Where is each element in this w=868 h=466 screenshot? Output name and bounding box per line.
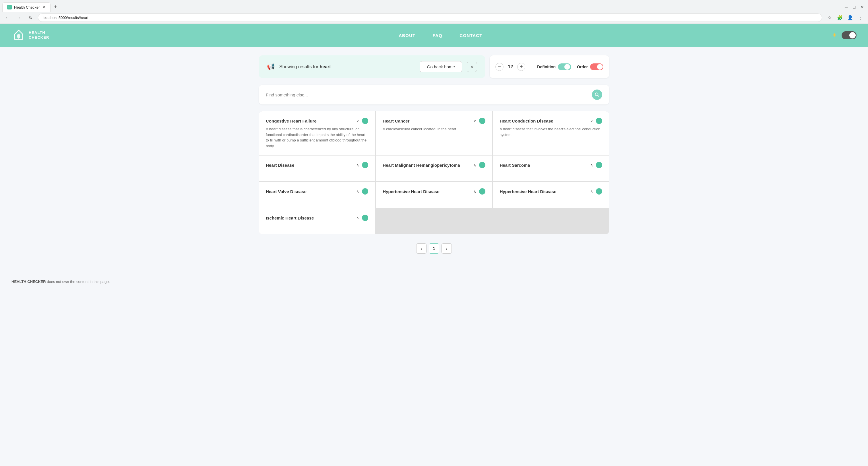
url-bar[interactable]: localhost:5000/results/heart — [38, 13, 822, 22]
status-indicator — [479, 188, 485, 194]
nav-contact[interactable]: CONTACT — [460, 33, 482, 38]
status-indicator — [596, 188, 602, 194]
order-toggle[interactable] — [590, 63, 603, 70]
result-title: Heart Disease — [266, 163, 294, 167]
theme-icon[interactable]: ✦ — [832, 32, 837, 39]
header-right: ✦ — [832, 31, 857, 39]
result-card-header: Heart Disease∧ — [266, 162, 368, 168]
result-title: Heart Sarcoma — [500, 163, 530, 167]
order-label: Order — [577, 65, 588, 69]
status-indicator — [479, 118, 485, 124]
theme-toggle[interactable] — [842, 31, 857, 39]
go-back-button[interactable]: Go back home — [420, 61, 462, 72]
result-description: A heart disease that involves the heart'… — [500, 126, 602, 137]
footer-brand: HEALTH CHECKER — [11, 279, 46, 284]
forward-button[interactable]: → — [15, 14, 23, 22]
result-title: Hypertensive Heart Disease — [500, 189, 557, 194]
collapse-button[interactable]: ∨ — [473, 119, 476, 123]
result-card: Ischemic Heart Disease∧ — [259, 208, 375, 234]
page-1-button[interactable]: 1 — [429, 243, 439, 254]
results-bar: 📢 Showing results for heart Go back home… — [259, 55, 485, 78]
window-controls: ─ □ ✕ — [843, 4, 866, 11]
browser-actions: ☆ 🧩 👤 ⋮ — [826, 14, 865, 22]
result-card: Congestive Heart Failure∨A heart disease… — [259, 111, 375, 155]
result-actions: ∧ — [356, 215, 368, 221]
expand-button[interactable]: ∧ — [356, 163, 359, 167]
browser-chrome: H Health Checker ✕ + ─ □ ✕ ← → ↻ localho… — [0, 0, 868, 24]
definition-toggle[interactable] — [558, 63, 571, 70]
logo-text: HEALTH CHECKER — [29, 30, 49, 40]
tab-bar: H Health Checker ✕ + ─ □ ✕ — [0, 0, 868, 12]
result-card-header: Congestive Heart Failure∨ — [266, 118, 368, 124]
result-card: Heart Valve Disease∧ — [259, 182, 375, 208]
bookmark-icon[interactable]: ☆ — [826, 14, 834, 22]
status-indicator — [596, 162, 602, 168]
status-indicator — [362, 118, 368, 124]
collapse-button[interactable]: ∨ — [590, 119, 593, 123]
profile-icon[interactable]: 👤 — [846, 14, 854, 22]
expand-button[interactable]: ∧ — [590, 163, 593, 167]
result-title: Heart Conduction Disease — [500, 119, 553, 123]
menu-icon[interactable]: ⋮ — [857, 14, 865, 22]
definition-toggle-group: Definition — [537, 63, 571, 70]
logo[interactable]: HEALTH CHECKER — [11, 28, 49, 42]
svg-line-2 — [598, 96, 599, 97]
result-actions: ∧ — [473, 162, 485, 168]
minimize-button[interactable]: ─ — [843, 4, 849, 11]
app: HEALTH CHECKER ABOUT FAQ CONTACT ✦ 📢 Sho… — [0, 24, 868, 464]
decrease-count-button[interactable]: − — [495, 63, 503, 71]
expand-button[interactable]: ∧ — [473, 163, 476, 167]
extensions-icon[interactable]: 🧩 — [836, 14, 844, 22]
result-card: Heart Malignant Hemangiopericytoma∧ — [376, 156, 492, 181]
new-tab-button[interactable]: + — [52, 3, 60, 11]
pagination: ‹ 1 › — [259, 243, 609, 254]
tab-title: Health Checker — [14, 5, 40, 9]
expand-button[interactable]: ∧ — [356, 216, 359, 220]
controls-wrapper: − 12 + Definition Order — [490, 55, 609, 78]
expand-button[interactable]: ∧ — [473, 189, 476, 194]
result-card-header: Heart Cancer∨ — [383, 118, 485, 124]
result-actions: ∧ — [356, 188, 368, 194]
nav-faq[interactable]: FAQ — [433, 33, 442, 38]
results-grid: Congestive Heart Failure∨A heart disease… — [259, 111, 609, 234]
result-card: Heart Conduction Disease∨A heart disease… — [493, 111, 609, 155]
prev-page-button[interactable]: ‹ — [416, 243, 427, 254]
back-button[interactable]: ← — [3, 14, 11, 22]
status-indicator — [362, 188, 368, 194]
search-bar — [259, 85, 609, 104]
expand-button[interactable]: ∧ — [590, 189, 593, 194]
status-indicator — [479, 162, 485, 168]
result-card-header: Heart Malignant Hemangiopericytoma∧ — [383, 162, 485, 168]
result-title: Ischemic Heart Disease — [266, 216, 314, 220]
nav-about[interactable]: ABOUT — [399, 33, 415, 38]
close-window-button[interactable]: ✕ — [859, 4, 866, 11]
increase-count-button[interactable]: + — [517, 63, 525, 71]
status-indicator — [362, 162, 368, 168]
maximize-button[interactable]: □ — [851, 4, 858, 11]
search-input[interactable] — [266, 92, 588, 97]
result-description: A cardiovascular cancer located_in the h… — [383, 126, 485, 132]
tab-close-button[interactable]: ✕ — [42, 5, 45, 9]
result-card-header: Hypertensive Heart Disease∧ — [500, 188, 602, 194]
result-title: Congestive Heart Failure — [266, 119, 317, 123]
collapse-button[interactable]: ∨ — [356, 119, 359, 123]
result-card-header: Heart Valve Disease∧ — [266, 188, 368, 194]
nav-links: ABOUT FAQ CONTACT — [399, 33, 482, 38]
search-button[interactable] — [592, 90, 602, 100]
result-card-header: Hypertensive Heart Disease∧ — [383, 188, 485, 194]
next-page-button[interactable]: › — [441, 243, 452, 254]
result-card: Heart Disease∧ — [259, 156, 375, 181]
result-actions: ∧ — [590, 162, 602, 168]
active-tab[interactable]: H Health Checker ✕ — [2, 2, 51, 12]
result-actions: ∧ — [356, 162, 368, 168]
footer-disclaimer: does not own the content in this page. — [46, 279, 110, 284]
close-results-button[interactable]: × — [467, 62, 477, 72]
result-title: Heart Malignant Hemangiopericytoma — [383, 163, 460, 167]
expand-button[interactable]: ∧ — [356, 189, 359, 194]
refresh-button[interactable]: ↻ — [26, 14, 34, 22]
result-actions: ∧ — [473, 188, 485, 194]
tab-favicon: H — [7, 5, 12, 9]
result-title: Heart Cancer — [383, 119, 409, 123]
result-card: Heart Sarcoma∧ — [493, 156, 609, 181]
status-indicator — [596, 118, 602, 124]
